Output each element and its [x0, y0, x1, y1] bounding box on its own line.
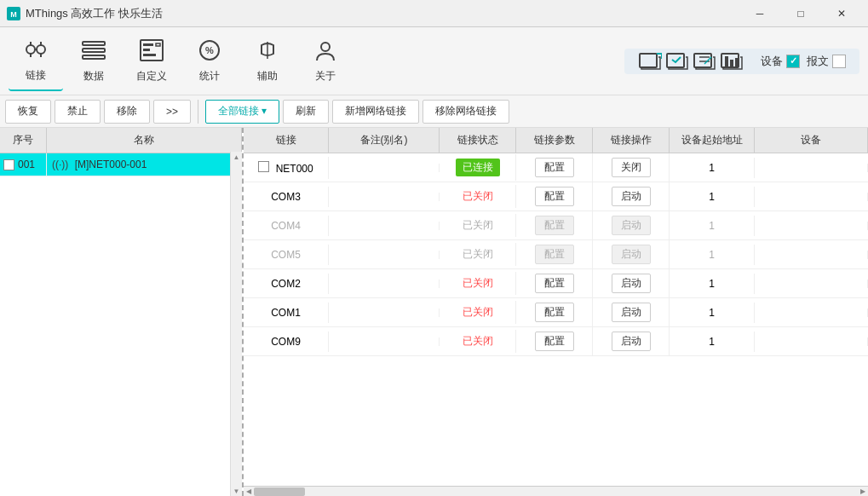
minimize-button[interactable]: ─ — [740, 0, 779, 27]
scroll-up-btn[interactable]: ▲ — [232, 152, 242, 162]
cell-status: 已连接 — [440, 154, 516, 181]
row-name: ((·)) [M]NET000-001 — [47, 153, 242, 176]
cell-note — [329, 280, 440, 288]
svg-rect-16 — [156, 43, 160, 46]
svg-rect-28 — [730, 60, 733, 66]
cell-op: 启动 — [593, 182, 670, 211]
table-row: COM1 已关闭 配置 启动 1 — [244, 298, 868, 327]
cell-status: 已关闭 — [440, 272, 516, 295]
start-button[interactable]: 启动 — [612, 274, 651, 293]
toolbar-right-icon4[interactable] — [720, 52, 744, 71]
refresh-button[interactable]: 刷新 — [283, 100, 329, 124]
cell-note — [329, 251, 440, 259]
toolbar-right-icon1[interactable] — [638, 52, 662, 71]
toolbar-stat-label: 统计 — [199, 69, 220, 84]
cell-param: 配置 — [516, 269, 593, 297]
toolbar-item-assist[interactable]: 辅助 — [240, 32, 295, 91]
status-badge-closed: 已关闭 — [463, 277, 493, 289]
cell-dev — [755, 164, 868, 172]
stop-button[interactable]: 禁止 — [55, 100, 101, 124]
report-label: 报文 — [807, 54, 829, 69]
start-button-gray[interactable]: 启动 — [612, 216, 651, 235]
row-select-checkbox[interactable] — [258, 161, 269, 172]
status-badge-closed: 已关闭 — [463, 335, 493, 347]
remove-net-button[interactable]: 移除网络链接 — [423, 100, 509, 124]
link-icon — [22, 37, 49, 65]
scrollbar-track[interactable] — [254, 487, 858, 497]
cell-note — [329, 222, 440, 230]
icon1-svg — [638, 52, 662, 71]
toolbar-right-labels: 设备 ✓ 报文 — [761, 54, 846, 69]
col-status-header: 链接状态 — [440, 128, 516, 153]
toolbar-right-icon3[interactable] — [693, 52, 716, 71]
start-button[interactable]: 启动 — [612, 303, 651, 322]
scroll-right-btn[interactable]: ▶ — [858, 487, 868, 497]
app-icon: M — [7, 7, 20, 20]
scroll-down-btn[interactable]: ▼ — [232, 486, 242, 496]
cell-link: COM3 — [244, 187, 329, 207]
all-links-label: 全部链接 ▾ — [218, 104, 267, 118]
toolbar-item-data[interactable]: 数据 — [66, 32, 121, 91]
table-row: COM9 已关闭 配置 启动 1 — [244, 327, 868, 356]
maximize-button[interactable]: □ — [781, 0, 820, 27]
svg-point-2 — [26, 45, 35, 54]
close-button[interactable]: ✕ — [822, 0, 861, 27]
scroll-left-btn[interactable]: ◀ — [244, 487, 254, 497]
cell-dev — [755, 309, 868, 317]
table-row: COM4 已关闭 配置 启动 1 — [244, 211, 868, 240]
right-table-header: 链接 备注(别名) 链接状态 链接参数 链接操作 设备起始地址 设备 — [244, 128, 868, 153]
col-addr-header: 设备起始地址 — [670, 128, 755, 153]
cell-status: 已关闭 — [440, 214, 516, 237]
report-checkbox[interactable] — [832, 55, 846, 68]
app-title: MThings 高效工作 快乐生活 — [26, 6, 740, 21]
toolbar-item-stat[interactable]: % 统计 — [182, 32, 237, 91]
config-button[interactable]: 配置 — [535, 303, 574, 322]
svg-rect-10 — [83, 49, 105, 52]
table-row: NET000 已连接 配置 关闭 1 — [244, 153, 868, 182]
bottom-scrollbar[interactable]: ◀ ▶ — [244, 486, 868, 496]
config-button-gray[interactable]: 配置 — [535, 216, 574, 235]
toolbar-item-custom[interactable]: 自定义 — [124, 32, 179, 91]
left-panel-header: 序号 名称 — [0, 128, 242, 153]
cell-note — [329, 164, 440, 172]
cell-addr: 1 — [670, 245, 755, 265]
more-button[interactable]: >> — [153, 100, 191, 124]
row-checkbox[interactable] — [3, 159, 14, 170]
start-button-gray[interactable]: 启动 — [612, 245, 651, 264]
list-item[interactable]: 001 ((·)) [M]NET000-001 — [0, 153, 242, 176]
toolbar-link-label: 链接 — [26, 68, 46, 83]
custom-icon — [139, 38, 164, 66]
device-control: 设备 ✓ — [761, 54, 800, 69]
svg-rect-29 — [735, 58, 739, 66]
toolbar-item-link[interactable]: 链接 — [9, 32, 63, 91]
icon3-svg — [693, 52, 716, 71]
row-seq: 001 — [0, 153, 47, 176]
toolbar-item-about[interactable]: 关于 — [298, 32, 353, 91]
config-button[interactable]: 配置 — [535, 187, 574, 206]
restore-button[interactable]: 恢复 — [5, 100, 51, 124]
main-content: 序号 名称 001 ((·)) [M]NET000-001 ▲ ▼ — [0, 128, 868, 496]
svg-point-20 — [321, 43, 330, 51]
scrollbar-thumb[interactable] — [254, 487, 305, 496]
toolbar-right-icon2[interactable] — [665, 52, 689, 71]
add-net-button[interactable]: 新增网络链接 — [332, 100, 419, 124]
config-button[interactable]: 配置 — [535, 158, 574, 177]
cell-param: 配置 — [516, 240, 593, 268]
config-button[interactable]: 配置 — [535, 274, 574, 293]
start-button[interactable]: 启动 — [612, 187, 651, 206]
device-checkbox[interactable]: ✓ — [786, 55, 800, 68]
cell-link: COM2 — [244, 274, 329, 294]
device-label: 设备 — [761, 54, 783, 69]
start-button[interactable]: 启动 — [612, 332, 651, 351]
cell-op: 关闭 — [593, 153, 670, 182]
svg-rect-15 — [143, 54, 156, 56]
cell-op: 启动 — [593, 269, 670, 297]
table-row: COM2 已关闭 配置 启动 1 — [244, 269, 868, 298]
all-links-button[interactable]: 全部链接 ▾ — [205, 100, 279, 124]
cell-addr: 1 — [670, 274, 755, 294]
remove-button[interactable]: 移除 — [104, 100, 150, 124]
config-button-gray[interactable]: 配置 — [535, 245, 574, 264]
svg-rect-13 — [143, 43, 153, 46]
config-button[interactable]: 配置 — [535, 332, 574, 351]
stop-link-button[interactable]: 关闭 — [612, 158, 651, 177]
